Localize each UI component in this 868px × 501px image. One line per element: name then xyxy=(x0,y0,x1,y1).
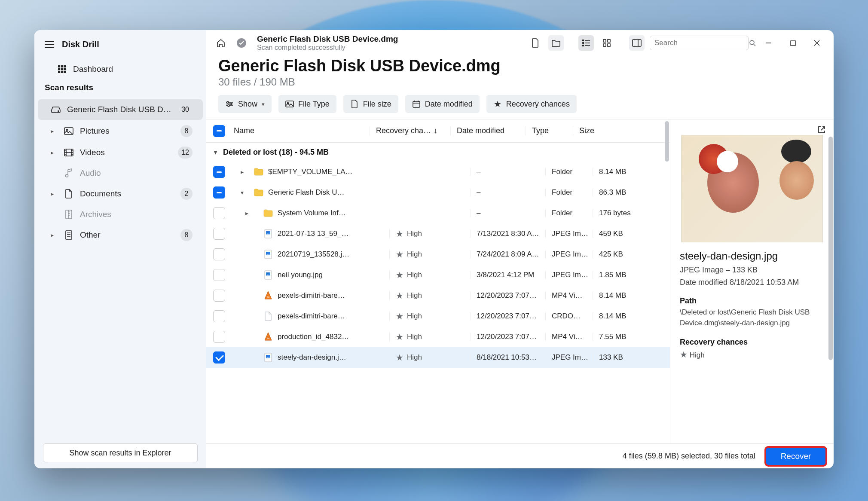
group-row[interactable]: ▾ Deleted or lost (18) - 94.5 MB xyxy=(206,143,670,162)
row-checkbox[interactable] xyxy=(213,186,225,199)
file-name: $EMPTY_VOLUME_LA… xyxy=(268,168,353,176)
maximize-button[interactable] xyxy=(783,36,803,50)
chevron-down-icon: ▾ xyxy=(262,101,265,107)
row-checkbox[interactable] xyxy=(213,351,225,364)
app-window: Disk Drill Dashboard Scan results Generi… xyxy=(34,30,834,468)
sidebar-item-device[interactable]: Generic Flash Disk USB D… 30 xyxy=(38,99,203,120)
minimize-button[interactable] xyxy=(759,36,779,50)
row-checkbox[interactable] xyxy=(213,331,225,343)
sidebar-item-count: 12 xyxy=(178,147,193,159)
sidebar-item-documents[interactable]: ▸ Documents 2 xyxy=(38,183,203,204)
close-button[interactable] xyxy=(807,36,827,50)
table-row[interactable]: ▸System Volume Inf…–Folder176 bytes xyxy=(206,203,670,223)
sidebar-item-pictures[interactable]: ▸ Pictures 8 xyxy=(38,121,203,141)
grid-view-icon[interactable] xyxy=(599,35,614,51)
table-row[interactable]: neil young.jpg★High3/8/2021 4:12 PMJPEG … xyxy=(206,265,670,285)
type-cell: MP4 Vi… xyxy=(545,333,593,341)
size-cell: 425 KB xyxy=(593,250,640,259)
file-view-icon[interactable] xyxy=(528,35,543,51)
svg-point-29 xyxy=(228,105,229,107)
chevron-down-icon[interactable]: ▾ xyxy=(214,149,217,156)
row-checkbox[interactable] xyxy=(213,228,225,240)
filter-show[interactable]: Show ▾ xyxy=(218,95,272,113)
chevron-right-icon: ▸ xyxy=(51,190,58,197)
col-type[interactable]: Type xyxy=(526,126,573,135)
preview-path-value: \Deleted or lost\Generic Flash Disk USB … xyxy=(680,307,824,328)
filter-recovery[interactable]: ★ Recovery chances xyxy=(486,95,577,113)
filter-date-modified[interactable]: Date modified xyxy=(405,95,480,113)
menu-icon[interactable] xyxy=(45,41,54,48)
filter-file-size[interactable]: File size xyxy=(343,95,398,113)
table-row[interactable]: steely-dan-design.j…★High8/18/2021 10:53… xyxy=(206,347,670,368)
table-row[interactable]: 20210719_135528.j…★High7/24/2021 8:09 A…… xyxy=(206,244,670,265)
col-recovery[interactable]: Recovery cha…↓ xyxy=(370,126,450,135)
chevron-right-icon: ▸ xyxy=(51,128,58,134)
table-row[interactable]: pexels-dimitri-bare…★High12/20/2023 7:07… xyxy=(206,306,670,327)
doc-icon xyxy=(64,189,74,199)
preview-scrollbar[interactable] xyxy=(828,137,833,360)
page-subtitle: 30 files / 190 MB xyxy=(218,76,822,88)
table-row[interactable]: pexels-dimitri-bare…★High12/20/2023 7:07… xyxy=(206,285,670,306)
chevron-down-icon[interactable]: ▾ xyxy=(241,189,244,196)
sidebar-item-label: Pictures xyxy=(80,126,174,136)
row-checkbox[interactable] xyxy=(213,207,225,219)
row-checkbox[interactable] xyxy=(213,248,225,260)
svg-rect-39 xyxy=(267,296,269,298)
recover-button[interactable]: Recover xyxy=(766,447,826,465)
sidebar-item-label: Generic Flash Disk USB D… xyxy=(67,105,172,114)
preview-recovery-label: Recovery chances xyxy=(680,338,824,347)
star-icon: ★ xyxy=(396,332,403,342)
popout-icon[interactable] xyxy=(816,124,828,136)
col-name[interactable]: Name xyxy=(232,126,370,135)
svg-rect-15 xyxy=(66,231,72,239)
col-date[interactable]: Date modified xyxy=(450,126,526,135)
filter-recovery-label: Recovery chances xyxy=(506,100,570,109)
filter-file-type-label: File Type xyxy=(298,100,330,109)
file-name: System Volume Inf… xyxy=(278,209,346,217)
row-checkbox[interactable] xyxy=(213,290,225,302)
svg-rect-21 xyxy=(608,40,610,42)
row-checkbox[interactable] xyxy=(213,166,225,178)
sidebar-item-dashboard[interactable]: Dashboard xyxy=(38,60,203,79)
sidebar-section-title: Scan results xyxy=(34,81,206,98)
sidebar-item-audio[interactable]: Audio xyxy=(38,164,203,183)
table-row[interactable]: ▸$EMPTY_VOLUME_LA…–Folder8.14 MB xyxy=(206,162,670,182)
preview-toggle-icon[interactable] xyxy=(629,35,645,51)
sidebar-item-videos[interactable]: ▸ Videos 12 xyxy=(38,142,203,163)
row-checkbox[interactable] xyxy=(213,310,225,322)
sidebar-item-other[interactable]: ▸ Other 8 xyxy=(38,225,203,245)
table-row[interactable]: 2021-07-13 13_59_…★High7/13/2021 8:30 A…… xyxy=(206,223,670,244)
filter-file-type[interactable]: File Type xyxy=(278,95,336,113)
footer: 4 files (59.8 MB) selected, 30 files tot… xyxy=(206,443,834,468)
search-input[interactable] xyxy=(650,36,749,50)
list-view-icon[interactable] xyxy=(578,35,594,51)
svg-rect-0 xyxy=(58,65,60,67)
select-all-checkbox[interactable] xyxy=(213,125,225,137)
col-size[interactable]: Size xyxy=(573,126,620,135)
search-field[interactable] xyxy=(654,39,746,47)
folder-view-icon[interactable] xyxy=(548,35,564,51)
scan-status-icon xyxy=(234,35,249,51)
row-checkbox[interactable] xyxy=(213,269,225,281)
doc-icon xyxy=(350,100,359,108)
recovery-cell: ★High xyxy=(389,290,470,301)
sidebar-item-label: Audio xyxy=(80,168,193,178)
show-in-explorer-button[interactable]: Show scan results in Explorer xyxy=(43,443,198,462)
home-icon[interactable] xyxy=(213,35,229,51)
folder-icon xyxy=(263,208,273,218)
image-icon xyxy=(263,270,273,280)
file-name: 20210719_135528.j… xyxy=(278,250,349,259)
table-row[interactable]: ▾Generic Flash Disk U…–Folder86.3 MB xyxy=(206,182,670,203)
recovery-cell: ★High xyxy=(389,311,470,321)
grid-icon xyxy=(57,64,67,74)
svg-point-9 xyxy=(58,111,59,112)
table-row[interactable]: production_id_4832…★High12/20/2023 7:07…… xyxy=(206,327,670,347)
selection-status: 4 files (59.8 MB) selected, 30 files tot… xyxy=(623,452,755,461)
svg-point-13 xyxy=(66,174,68,177)
scrollbar[interactable] xyxy=(665,121,669,162)
chevron-right-icon[interactable]: ▸ xyxy=(241,168,244,175)
chevron-right-icon[interactable]: ▸ xyxy=(245,210,248,217)
page-heading: Generic Flash Disk USB Device.dmg 30 fil… xyxy=(206,55,834,94)
sidebar-item-archives[interactable]: Archives xyxy=(38,205,203,224)
type-cell: MP4 Vi… xyxy=(545,291,593,300)
